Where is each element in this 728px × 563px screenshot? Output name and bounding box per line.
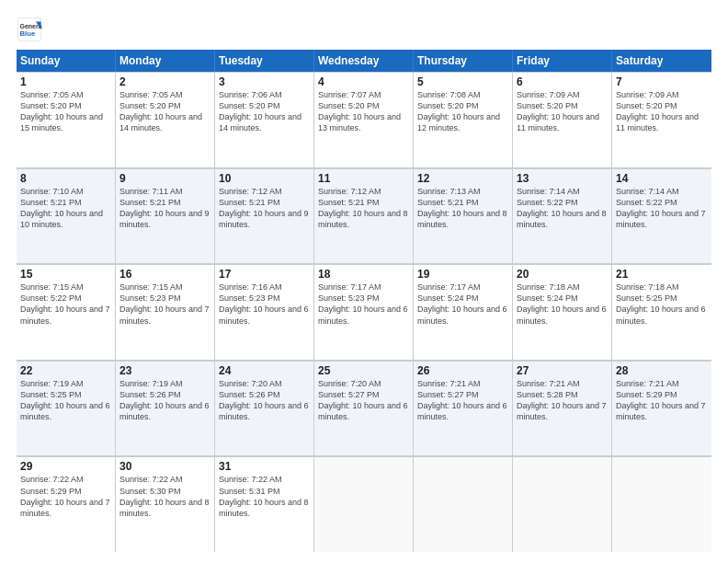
- calendar-cell: 23Sunrise: 7:19 AM Sunset: 5:26 PM Dayli…: [116, 361, 215, 456]
- day-number: 25: [318, 364, 409, 377]
- cell-content: Sunrise: 7:13 AM Sunset: 5:21 PM Dayligh…: [417, 186, 508, 231]
- header-day-wednesday: Wednesday: [314, 50, 414, 72]
- day-number: 15: [20, 268, 111, 281]
- calendar-cell: 1Sunrise: 7:05 AM Sunset: 5:20 PM Daylig…: [17, 72, 116, 167]
- cell-content: Sunrise: 7:21 AM Sunset: 5:28 PM Dayligh…: [517, 378, 608, 423]
- cell-content: Sunrise: 7:18 AM Sunset: 5:25 PM Dayligh…: [616, 282, 708, 327]
- calendar-cell: [612, 456, 711, 552]
- day-number: 10: [219, 172, 310, 185]
- cell-content: Sunrise: 7:21 AM Sunset: 5:27 PM Dayligh…: [417, 378, 508, 423]
- calendar-cell: 8Sunrise: 7:10 AM Sunset: 5:21 PM Daylig…: [17, 168, 116, 264]
- day-number: 22: [20, 364, 111, 377]
- day-number: 8: [20, 172, 111, 185]
- header-day-saturday: Saturday: [612, 50, 711, 72]
- cell-content: Sunrise: 7:05 AM Sunset: 5:20 PM Dayligh…: [119, 89, 210, 134]
- header: General Blue: [17, 17, 711, 42]
- cell-content: Sunrise: 7:19 AM Sunset: 5:25 PM Dayligh…: [20, 378, 111, 423]
- day-number: 19: [417, 268, 508, 281]
- calendar-cell: 5Sunrise: 7:08 AM Sunset: 5:20 PM Daylig…: [414, 72, 513, 167]
- cell-content: Sunrise: 7:09 AM Sunset: 5:20 PM Dayligh…: [517, 89, 608, 134]
- day-number: 9: [119, 172, 210, 185]
- cell-content: Sunrise: 7:18 AM Sunset: 5:24 PM Dayligh…: [517, 282, 608, 327]
- day-number: 31: [219, 460, 310, 473]
- cell-content: Sunrise: 7:12 AM Sunset: 5:21 PM Dayligh…: [318, 186, 409, 231]
- day-number: 14: [616, 172, 708, 185]
- cell-content: Sunrise: 7:16 AM Sunset: 5:23 PM Dayligh…: [219, 282, 310, 327]
- calendar-cell: 26Sunrise: 7:21 AM Sunset: 5:27 PM Dayli…: [414, 361, 513, 456]
- day-number: 4: [318, 75, 409, 88]
- day-number: 7: [616, 75, 708, 88]
- calendar-cell: 6Sunrise: 7:09 AM Sunset: 5:20 PM Daylig…: [513, 72, 612, 167]
- calendar-week-3: 15Sunrise: 7:15 AM Sunset: 5:22 PM Dayli…: [17, 264, 711, 361]
- header-day-tuesday: Tuesday: [215, 50, 314, 72]
- calendar-week-1: 1Sunrise: 7:05 AM Sunset: 5:20 PM Daylig…: [17, 72, 711, 168]
- calendar-cell: 10Sunrise: 7:12 AM Sunset: 5:21 PM Dayli…: [215, 168, 314, 264]
- calendar-cell: 21Sunrise: 7:18 AM Sunset: 5:25 PM Dayli…: [612, 264, 711, 360]
- svg-text:Blue: Blue: [20, 29, 36, 38]
- day-number: 20: [517, 268, 608, 281]
- calendar-cell: 17Sunrise: 7:16 AM Sunset: 5:23 PM Dayli…: [215, 264, 314, 360]
- calendar-week-5: 29Sunrise: 7:22 AM Sunset: 5:29 PM Dayli…: [17, 456, 711, 552]
- page: General Blue SundayMondayTuesdayWednesda…: [0, 0, 728, 563]
- calendar-cell: 13Sunrise: 7:14 AM Sunset: 5:22 PM Dayli…: [513, 168, 612, 264]
- day-number: 1: [20, 75, 111, 88]
- cell-content: Sunrise: 7:20 AM Sunset: 5:27 PM Dayligh…: [318, 378, 409, 423]
- calendar-cell: 11Sunrise: 7:12 AM Sunset: 5:21 PM Dayli…: [314, 168, 414, 264]
- calendar-cell: [414, 456, 513, 552]
- cell-content: Sunrise: 7:15 AM Sunset: 5:23 PM Dayligh…: [119, 282, 210, 327]
- day-number: 18: [318, 268, 409, 281]
- day-number: 16: [119, 268, 210, 281]
- cell-content: Sunrise: 7:22 AM Sunset: 5:29 PM Dayligh…: [20, 474, 111, 519]
- cell-content: Sunrise: 7:22 AM Sunset: 5:30 PM Dayligh…: [119, 474, 210, 519]
- calendar-week-4: 22Sunrise: 7:19 AM Sunset: 5:25 PM Dayli…: [17, 361, 711, 457]
- calendar-cell: 4Sunrise: 7:07 AM Sunset: 5:20 PM Daylig…: [314, 72, 414, 167]
- calendar-cell: [314, 456, 414, 552]
- day-number: 27: [517, 364, 608, 377]
- calendar-cell: 16Sunrise: 7:15 AM Sunset: 5:23 PM Dayli…: [116, 264, 215, 360]
- cell-content: Sunrise: 7:08 AM Sunset: 5:20 PM Dayligh…: [417, 89, 508, 134]
- calendar-cell: 19Sunrise: 7:17 AM Sunset: 5:24 PM Dayli…: [414, 264, 513, 360]
- calendar-cell: 2Sunrise: 7:05 AM Sunset: 5:20 PM Daylig…: [116, 72, 215, 167]
- header-day-monday: Monday: [116, 50, 215, 72]
- calendar-header: SundayMondayTuesdayWednesdayThursdayFrid…: [17, 50, 711, 72]
- calendar-cell: 28Sunrise: 7:21 AM Sunset: 5:29 PM Dayli…: [612, 361, 711, 456]
- calendar-cell: 27Sunrise: 7:21 AM Sunset: 5:28 PM Dayli…: [513, 361, 612, 456]
- cell-content: Sunrise: 7:05 AM Sunset: 5:20 PM Dayligh…: [20, 89, 111, 134]
- day-number: 28: [616, 364, 708, 377]
- cell-content: Sunrise: 7:07 AM Sunset: 5:20 PM Dayligh…: [318, 89, 409, 134]
- calendar-cell: [513, 456, 612, 552]
- calendar-cell: 14Sunrise: 7:14 AM Sunset: 5:22 PM Dayli…: [612, 168, 711, 264]
- cell-content: Sunrise: 7:10 AM Sunset: 5:21 PM Dayligh…: [20, 186, 111, 231]
- calendar-cell: 15Sunrise: 7:15 AM Sunset: 5:22 PM Dayli…: [17, 264, 116, 360]
- day-number: 11: [318, 172, 409, 185]
- day-number: 3: [219, 75, 310, 88]
- day-number: 29: [20, 460, 111, 473]
- header-day-friday: Friday: [513, 50, 612, 72]
- cell-content: Sunrise: 7:19 AM Sunset: 5:26 PM Dayligh…: [119, 378, 210, 423]
- calendar-cell: 29Sunrise: 7:22 AM Sunset: 5:29 PM Dayli…: [17, 456, 116, 552]
- calendar: SundayMondayTuesdayWednesdayThursdayFrid…: [17, 50, 711, 552]
- calendar-cell: 18Sunrise: 7:17 AM Sunset: 5:23 PM Dayli…: [314, 264, 414, 360]
- calendar-body: 1Sunrise: 7:05 AM Sunset: 5:20 PM Daylig…: [17, 72, 711, 552]
- day-number: 17: [219, 268, 310, 281]
- cell-content: Sunrise: 7:20 AM Sunset: 5:26 PM Dayligh…: [219, 378, 310, 423]
- day-number: 21: [616, 268, 708, 281]
- header-day-thursday: Thursday: [414, 50, 513, 72]
- day-number: 5: [417, 75, 508, 88]
- cell-content: Sunrise: 7:11 AM Sunset: 5:21 PM Dayligh…: [119, 186, 210, 231]
- calendar-cell: 7Sunrise: 7:09 AM Sunset: 5:20 PM Daylig…: [612, 72, 711, 167]
- cell-content: Sunrise: 7:12 AM Sunset: 5:21 PM Dayligh…: [219, 186, 310, 231]
- cell-content: Sunrise: 7:17 AM Sunset: 5:23 PM Dayligh…: [318, 282, 409, 327]
- calendar-cell: 22Sunrise: 7:19 AM Sunset: 5:25 PM Dayli…: [17, 361, 116, 456]
- calendar-cell: 31Sunrise: 7:22 AM Sunset: 5:31 PM Dayli…: [215, 456, 314, 552]
- day-number: 30: [119, 460, 210, 473]
- day-number: 2: [119, 75, 210, 88]
- cell-content: Sunrise: 7:21 AM Sunset: 5:29 PM Dayligh…: [616, 378, 708, 423]
- calendar-cell: 30Sunrise: 7:22 AM Sunset: 5:30 PM Dayli…: [116, 456, 215, 552]
- cell-content: Sunrise: 7:14 AM Sunset: 5:22 PM Dayligh…: [517, 186, 608, 231]
- cell-content: Sunrise: 7:09 AM Sunset: 5:20 PM Dayligh…: [616, 89, 708, 134]
- calendar-cell: 9Sunrise: 7:11 AM Sunset: 5:21 PM Daylig…: [116, 168, 215, 264]
- cell-content: Sunrise: 7:06 AM Sunset: 5:20 PM Dayligh…: [219, 89, 310, 134]
- day-number: 24: [219, 364, 310, 377]
- cell-content: Sunrise: 7:17 AM Sunset: 5:24 PM Dayligh…: [417, 282, 508, 327]
